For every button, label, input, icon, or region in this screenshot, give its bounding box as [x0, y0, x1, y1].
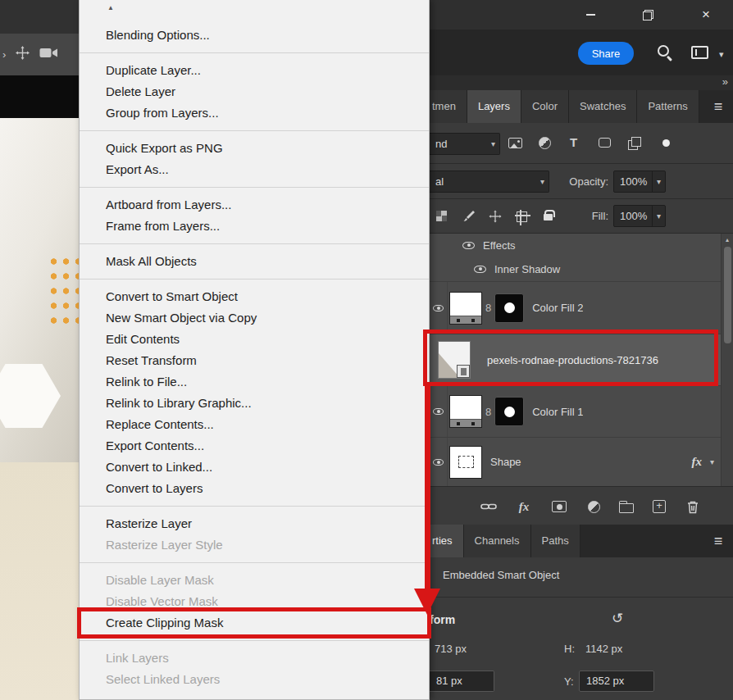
- fill-layer-thumbnail[interactable]: [449, 292, 482, 325]
- panel-menu-icon[interactable]: ≡: [703, 525, 733, 557]
- menu-item-frame-from-layers[interactable]: Frame from Layers...: [80, 216, 429, 237]
- layers-scrollbar[interactable]: ▴: [721, 234, 733, 486]
- layer-visibility-toggle[interactable]: [430, 438, 448, 486]
- fill-layer-thumbnail[interactable]: [449, 395, 482, 428]
- filter-kind-select[interactable]: nd ▾: [430, 133, 500, 155]
- search-icon[interactable]: [658, 45, 669, 57]
- blend-mode-select[interactable]: al ▾: [430, 170, 549, 193]
- panel-toggle-icon[interactable]: [691, 46, 708, 59]
- layer-visibility-toggle[interactable]: [430, 386, 448, 437]
- menu-item-blending-options[interactable]: Blending Options...: [80, 25, 429, 46]
- share-button[interactable]: Share: [578, 42, 634, 65]
- fill-select[interactable]: 100% ▾: [613, 205, 666, 227]
- layer-style-icon[interactable]: fx: [514, 497, 534, 516]
- lock-artboard-icon[interactable]: [517, 211, 527, 222]
- menu-item-mask-all-objects[interactable]: Mask All Objects: [80, 251, 429, 272]
- layer-mask-thumbnail[interactable]: [494, 293, 524, 323]
- tab-paths[interactable]: Paths: [531, 525, 580, 557]
- layer-visibility-toggle[interactable]: [430, 282, 448, 334]
- filter-shape-icon[interactable]: [599, 138, 611, 148]
- fill-label: Fill:: [551, 210, 608, 222]
- menu-separator: [80, 562, 429, 563]
- delete-layer-icon[interactable]: [683, 497, 703, 516]
- visibility-eye-icon[interactable]: [474, 266, 486, 273]
- tab-adjustments-cut[interactable]: tmen: [430, 90, 467, 123]
- reset-transform-icon[interactable]: ↺: [612, 610, 623, 627]
- move-tool-icon[interactable]: [16, 46, 30, 63]
- canvas-image-lower: [0, 462, 79, 700]
- tab-layers[interactable]: Layers: [467, 90, 521, 123]
- menu-item-export-contents[interactable]: Export Contents...: [80, 435, 429, 457]
- opacity-select[interactable]: 100% ▾: [613, 170, 666, 193]
- height-label: H:: [564, 643, 575, 655]
- filter-type-icon[interactable]: T: [570, 135, 577, 149]
- filter-indicator-dot[interactable]: [662, 139, 670, 147]
- panel-collapse-strip[interactable]: »: [430, 75, 733, 90]
- menu-item-convert-to-linked[interactable]: Convert to Linked...: [80, 457, 429, 478]
- panel-menu-icon[interactable]: ≡: [703, 90, 733, 123]
- tab-channels[interactable]: Channels: [464, 525, 531, 557]
- tab-swatches[interactable]: Swatches: [569, 90, 637, 123]
- restore-button[interactable]: [631, 0, 664, 30]
- filter-image-icon[interactable]: [508, 138, 522, 148]
- menu-item-artboard-from-layers[interactable]: Artboard from Layers...: [80, 194, 429, 216]
- tab-color[interactable]: Color: [521, 90, 569, 123]
- menu-item-export-as[interactable]: Export As...: [80, 159, 429, 180]
- menu-item-convert-to-layers[interactable]: Convert to Layers: [80, 478, 429, 499]
- link-layers-icon[interactable]: [479, 497, 499, 516]
- menu-item-relink-to-library-graphic[interactable]: Relink to Library Graphic...: [80, 393, 429, 414]
- height-value[interactable]: 1142 px: [585, 643, 622, 655]
- menu-item-new-smart-object-via-copy[interactable]: New Smart Object via Copy: [80, 307, 429, 329]
- scrollbar-up-icon[interactable]: ▴: [722, 234, 733, 243]
- layer-mask-thumbnail[interactable]: [494, 397, 524, 426]
- mask-link-icon[interactable]: 8: [485, 406, 491, 418]
- inner-shadow-row[interactable]: Inner Shadow: [430, 257, 721, 281]
- x-input[interactable]: 81 px: [430, 670, 494, 692]
- visibility-eye-icon[interactable]: [462, 242, 475, 249]
- menu-item-quick-export-png[interactable]: Quick Export as PNG: [80, 138, 429, 159]
- add-layer-mask-icon[interactable]: [549, 497, 569, 516]
- menu-item-rasterize-layer[interactable]: Rasterize Layer: [80, 513, 429, 534]
- menu-item-replace-contents[interactable]: Replace Contents...: [80, 414, 429, 435]
- menu-scroll-up[interactable]: ▲: [80, 0, 429, 15]
- smart-object-thumbnail[interactable]: [438, 341, 471, 379]
- effects-collapse-chevron-icon[interactable]: ▾: [710, 457, 714, 466]
- close-button[interactable]: ×: [690, 0, 722, 30]
- menu-item-duplicate-layer[interactable]: Duplicate Layer...: [80, 60, 429, 81]
- menu-item-reset-transform[interactable]: Reset Transform: [80, 350, 429, 371]
- filter-smart-object-icon[interactable]: [628, 137, 640, 149]
- mask-link-icon[interactable]: 8: [485, 302, 491, 314]
- video-tool-icon[interactable]: [39, 47, 59, 62]
- chevron-down-icon[interactable]: ▾: [719, 49, 724, 60]
- tab-patterns[interactable]: Patterns: [637, 90, 699, 123]
- y-input[interactable]: 1852 px: [579, 670, 654, 692]
- menu-item-convert-to-smart-object[interactable]: Convert to Smart Object: [80, 286, 429, 307]
- scrollbar-thumb[interactable]: [724, 247, 731, 343]
- tab-properties-cut[interactable]: rties: [430, 525, 464, 557]
- lock-pixels-brush-icon[interactable]: [462, 210, 476, 223]
- width-value[interactable]: 713 px: [435, 643, 467, 655]
- new-layer-icon[interactable]: +: [649, 497, 669, 516]
- lock-transparency-icon[interactable]: [436, 211, 447, 221]
- menu-item-create-clipping-mask[interactable]: Create Clipping Mask: [80, 612, 429, 634]
- tool-flyout-chevron-icon[interactable]: ›: [2, 48, 6, 61]
- new-adjustment-layer-icon[interactable]: [584, 497, 603, 516]
- layer-row-color-fill-2[interactable]: 8 Color Fill 2: [430, 281, 721, 334]
- shape-layer-thumbnail[interactable]: [449, 446, 482, 479]
- divider: [430, 597, 733, 598]
- canvas-image[interactable]: [0, 118, 79, 462]
- layer-row-selected-smart-object[interactable]: pexels-rodnae-productions-7821736: [430, 334, 721, 385]
- menu-item-group-from-layers[interactable]: Group from Layers...: [80, 102, 429, 124]
- new-group-icon[interactable]: [617, 497, 636, 516]
- layer-fx-badge[interactable]: fx: [691, 455, 702, 469]
- lock-position-icon[interactable]: [489, 210, 502, 223]
- layer-row-color-fill-1[interactable]: 8 Color Fill 1: [430, 385, 721, 437]
- opacity-value: 100%: [614, 175, 652, 188]
- minimize-button[interactable]: [574, 0, 607, 30]
- filter-adjustment-icon[interactable]: [539, 137, 551, 149]
- effects-row[interactable]: Effects: [430, 234, 721, 257]
- menu-item-relink-to-file[interactable]: Relink to File...: [80, 371, 429, 393]
- menu-item-edit-contents[interactable]: Edit Contents: [80, 329, 429, 350]
- menu-item-delete-layer[interactable]: Delete Layer: [80, 81, 429, 102]
- layer-row-shape[interactable]: Shape fx ▾: [430, 437, 721, 486]
